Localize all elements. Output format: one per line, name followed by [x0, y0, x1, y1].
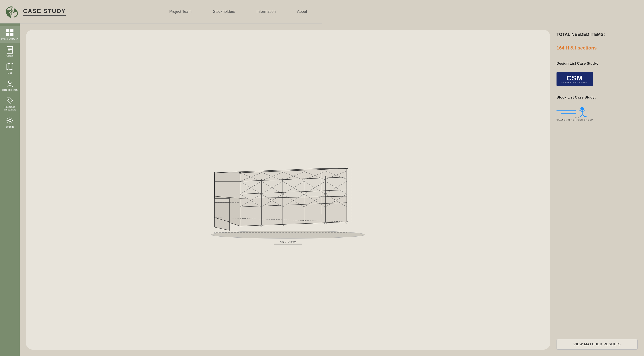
- logo-icon: [4, 4, 19, 19]
- sidebar-item-orders[interactable]: Orders: [0, 43, 20, 60]
- header-nav: Project Team Stockholders Information Ab…: [77, 9, 318, 14]
- header: CASE STUDY Project Team Stockholders Inf…: [0, 0, 322, 23]
- grid-icon: [6, 28, 14, 37]
- svg-rect-9: [11, 46, 12, 47]
- sidebar-label-reclaimed-marketplace: Reclaimed Marketplace: [0, 106, 20, 111]
- sidebar-label-project-overview: Project Overview: [1, 37, 18, 40]
- orders-icon: [6, 46, 14, 54]
- svg-rect-3: [10, 33, 14, 36]
- svg-text:?: ?: [9, 81, 10, 83]
- request-icon: ?: [6, 79, 14, 88]
- svg-point-73: [239, 172, 241, 174]
- sidebar-label-map: Map: [8, 71, 12, 74]
- building-3d-sketch: 3D - VIEW: [198, 130, 322, 178]
- svg-point-14: [8, 98, 9, 100]
- main-content: 3D - VIEW TOTAL NEEDED ITEMS: 164 H & I …: [20, 23, 322, 178]
- sidebar-item-project-overview[interactable]: Project Overview: [0, 25, 20, 43]
- svg-point-75: [214, 172, 215, 174]
- sidebar-item-request-forum[interactable]: ? Request Forum: [0, 77, 20, 94]
- sidebar-label-orders: Orders: [6, 55, 13, 58]
- sidebar-item-map[interactable]: Map: [0, 59, 20, 77]
- nav-project-team[interactable]: Project Team: [158, 9, 202, 14]
- map-icon: [6, 62, 14, 71]
- sidebar-label-settings: Settings: [6, 125, 14, 128]
- svg-rect-2: [6, 33, 10, 36]
- svg-point-76: [320, 169, 322, 170]
- svg-marker-25: [240, 169, 322, 178]
- svg-rect-8: [8, 46, 9, 47]
- svg-point-15: [8, 119, 11, 122]
- svg-rect-1: [10, 29, 14, 32]
- svg-rect-0: [6, 29, 10, 32]
- page-title: CASE STUDY: [23, 8, 66, 16]
- sidebar-item-reclaimed-marketplace[interactable]: Reclaimed Marketplace: [0, 94, 20, 113]
- nav-about[interactable]: About: [286, 9, 318, 14]
- nav-information[interactable]: Information: [246, 9, 286, 14]
- sidebar: Project Overview Orders Map ? Request Fo…: [0, 23, 20, 178]
- settings-icon: [6, 116, 14, 125]
- svg-marker-24: [214, 173, 240, 178]
- svg-rect-4: [7, 46, 13, 53]
- nav-stockholders[interactable]: Stockholders: [202, 9, 246, 14]
- building-panel: 3D - VIEW: [26, 30, 322, 178]
- sidebar-item-settings[interactable]: Settings: [0, 113, 20, 131]
- sidebar-label-request-forum: Request Forum: [2, 88, 18, 91]
- logo-area: CASE STUDY: [4, 4, 77, 19]
- tag-icon: [6, 97, 14, 105]
- building-svg-wrapper: 3D - VIEW: [26, 30, 322, 178]
